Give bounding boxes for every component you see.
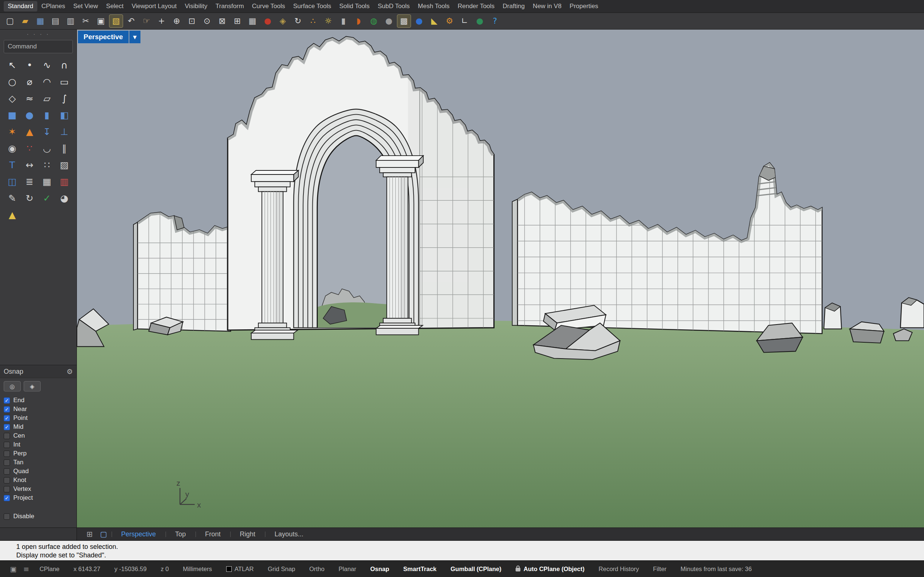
tab-front[interactable]: Front xyxy=(195,529,230,540)
left-wall[interactable] xyxy=(134,209,231,331)
osnap-mid[interactable]: Mid xyxy=(4,422,77,431)
osnap-state-icon[interactable]: ◎ xyxy=(4,381,21,392)
menu-visibility[interactable]: Visibility xyxy=(181,1,211,11)
tab-right[interactable]: Right xyxy=(230,529,265,540)
red-car-icon[interactable]: ● xyxy=(261,15,275,28)
checkbox[interactable] xyxy=(4,513,10,520)
menu-viewport-layout[interactable]: Viewport Layout xyxy=(127,1,181,11)
grid-view-icon[interactable]: ⊞ xyxy=(84,530,96,538)
blast-icon[interactable]: ▲ xyxy=(21,124,39,140)
new-file-icon[interactable]: ▢ xyxy=(3,15,17,28)
menu-subd-tools[interactable]: SubD Tools xyxy=(373,1,414,11)
zoom-extents-icon[interactable]: ⊠ xyxy=(215,15,229,28)
menu-standard[interactable]: Standard xyxy=(4,1,37,11)
copy-icon[interactable]: ▣ xyxy=(94,15,108,28)
freeform-curve-icon[interactable]: ≈ xyxy=(21,90,39,107)
display-mode-icon[interactable]: ◈ xyxy=(276,15,290,28)
contour-icon[interactable]: ≣ xyxy=(21,173,39,190)
rotate-view-icon[interactable]: ↻ xyxy=(291,15,305,28)
checkbox[interactable] xyxy=(4,468,10,475)
single-view-icon[interactable]: ▢ xyxy=(97,530,110,538)
menu-set-view[interactable]: Set View xyxy=(69,1,102,11)
menu-cplanes[interactable]: CPlanes xyxy=(37,1,69,11)
status-auto-cplane[interactable]: Auto CPlane (Object) xyxy=(509,566,592,572)
gear-icon[interactable]: ⚙ xyxy=(443,15,456,28)
checkbox[interactable] xyxy=(4,459,10,466)
checkbox[interactable] xyxy=(4,397,10,404)
menu-solid-tools[interactable]: Solid Tools xyxy=(335,1,373,11)
status-units[interactable]: Millimeters xyxy=(176,566,219,572)
status-filter[interactable]: Filter xyxy=(646,566,674,572)
status-cplane[interactable]: CPlane xyxy=(32,566,66,572)
print-icon[interactable]: ▤ xyxy=(48,15,63,28)
checkbox[interactable] xyxy=(4,415,10,421)
status-planar[interactable]: Planar xyxy=(332,566,363,572)
print-preview-icon[interactable]: ▥ xyxy=(64,15,77,28)
status-z-coordinate[interactable]: z 0 xyxy=(154,566,176,572)
status-osnap[interactable]: Osnap xyxy=(363,566,396,572)
zoom-all-icon[interactable]: ⊞ xyxy=(230,15,244,28)
osnap-point[interactable]: Point xyxy=(4,414,77,422)
osnap-filter-icon[interactable]: ◈ xyxy=(24,381,41,392)
menu-new-in-v8[interactable]: New in V8 xyxy=(529,1,565,11)
checkbox[interactable] xyxy=(4,451,10,457)
menu-render-tools[interactable]: Render Tools xyxy=(454,1,499,11)
blue-sphere-icon[interactable]: ● xyxy=(412,15,426,28)
panel-toggle-icon[interactable]: ▣ xyxy=(6,565,20,573)
status-smarttrack[interactable]: SmartTrack xyxy=(396,566,444,572)
status-menu-icon[interactable]: ≡ xyxy=(20,565,32,573)
checkbox[interactable] xyxy=(4,406,10,413)
dotted-grid-icon[interactable]: ▩ xyxy=(397,15,411,28)
help-icon[interactable]: ? xyxy=(488,15,502,28)
status-y-coordinate[interactable]: y -15036.59 xyxy=(107,566,153,572)
tab-perspective[interactable]: Perspective xyxy=(112,529,166,540)
status-grid-snap[interactable]: Grid Snap xyxy=(261,566,302,572)
measure-icon[interactable]: ∟ xyxy=(457,15,472,28)
menu-curve-tools[interactable]: Curve Tools xyxy=(248,1,289,11)
check-icon[interactable]: ✓ xyxy=(39,190,56,206)
viewport-dropdown[interactable]: ▼ xyxy=(129,31,140,43)
sidebar-drag-handle[interactable]: · · · · xyxy=(0,29,77,39)
pull-icon[interactable]: ↧ xyxy=(39,124,56,140)
select-arrow-icon[interactable]: ↖ xyxy=(4,57,21,74)
status-minutes-saved[interactable]: Minutes from last save: 36 xyxy=(673,566,759,572)
plane-icon[interactable]: ▱ xyxy=(39,90,56,107)
solid-box-icon[interactable]: ◫ xyxy=(4,173,21,190)
menu-transform[interactable]: Transform xyxy=(211,1,248,11)
menu-drafting[interactable]: Drafting xyxy=(499,1,529,11)
command-input[interactable]: Command xyxy=(4,40,73,53)
light-icon[interactable]: ☼ xyxy=(321,15,335,28)
open-folder-icon[interactable]: ▰ xyxy=(18,15,32,28)
pipe-icon[interactable]: ∥ xyxy=(56,140,73,157)
status-ortho[interactable]: Ortho xyxy=(302,566,332,572)
ruler-icon[interactable]: ▥ xyxy=(56,173,73,190)
viewport-canvas[interactable]: z y x xyxy=(77,29,924,527)
render-icon[interactable]: ◗ xyxy=(351,15,365,28)
status-gumball[interactable]: Gumball (CPlane) xyxy=(444,566,509,572)
array-icon[interactable]: ∷ xyxy=(39,157,56,173)
menu-properties[interactable]: Properties xyxy=(565,1,602,11)
point-icon[interactable]: • xyxy=(21,57,39,74)
zoom-dynamic-icon[interactable]: ⊕ xyxy=(170,15,184,28)
checkbox[interactable] xyxy=(4,442,10,448)
hatch-icon[interactable]: ▨ xyxy=(56,157,73,173)
fillet-icon[interactable]: ◡ xyxy=(39,140,56,157)
status-record-history[interactable]: Record History xyxy=(592,566,646,572)
zoom-selected-icon[interactable]: ⊙ xyxy=(200,15,214,28)
grid-array-icon[interactable]: ▦ xyxy=(39,173,56,190)
pen-icon[interactable]: ✎ xyxy=(4,190,21,206)
checkbox[interactable] xyxy=(4,433,10,439)
dimension-icon[interactable]: ↔ xyxy=(21,157,39,173)
osnap-perp[interactable]: Perp xyxy=(4,449,77,458)
osnap-end[interactable]: End xyxy=(4,396,77,405)
osnap-near[interactable]: Near xyxy=(4,405,77,414)
ground-surface[interactable] xyxy=(77,321,924,527)
osnap-knot[interactable]: Knot xyxy=(4,476,77,485)
wedge-icon[interactable]: ◣ xyxy=(427,15,441,28)
lock-toolbar-icon[interactable]: ▮ xyxy=(336,15,350,28)
osnap-disable[interactable]: Disable xyxy=(4,512,77,521)
save-icon[interactable]: ▦ xyxy=(33,15,47,28)
shaded-sphere-icon[interactable]: ● xyxy=(382,15,396,28)
curve-icon[interactable]: ∿ xyxy=(39,57,56,74)
osnap-project[interactable]: Project xyxy=(4,493,77,502)
